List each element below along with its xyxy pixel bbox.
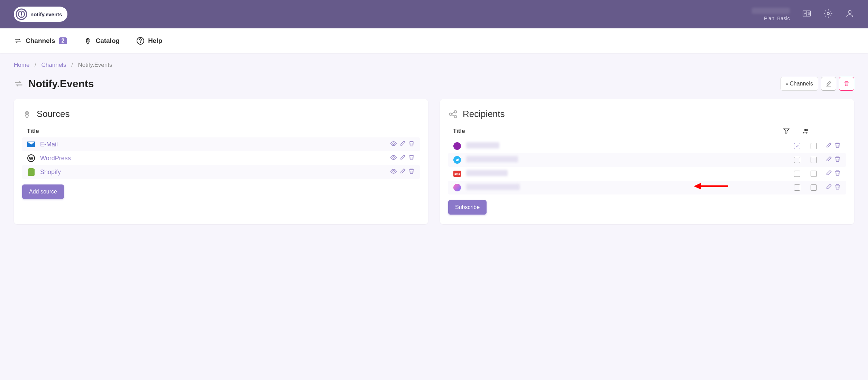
group-icon[interactable] xyxy=(802,128,810,136)
recipient-label[interactable] xyxy=(466,170,794,178)
svg-point-24 xyxy=(804,129,806,131)
source-label[interactable]: Shopify xyxy=(40,169,390,176)
svg-line-22 xyxy=(452,112,454,114)
nav-catalog[interactable]: Catalog xyxy=(84,37,120,45)
source-row: Shopify xyxy=(22,165,420,179)
delete-icon[interactable] xyxy=(834,142,841,150)
sources-panel: Sources Title E-MailWWordPressShopify Ad… xyxy=(14,99,428,224)
svg-point-11 xyxy=(87,39,88,40)
logo[interactable]: notify.events xyxy=(14,7,67,22)
recipient-label[interactable] xyxy=(466,156,794,164)
svg-point-8 xyxy=(827,12,830,15)
svg-point-21 xyxy=(454,115,457,118)
svg-text:A: A xyxy=(804,11,806,15)
nav-catalog-label: Catalog xyxy=(95,37,120,45)
recipients-title: Recipients xyxy=(463,109,505,119)
svg-point-3 xyxy=(21,16,22,17)
edit-icon[interactable] xyxy=(825,170,832,178)
recipients-col-title: Title xyxy=(453,128,783,136)
logo-text: notify.events xyxy=(30,11,62,17)
edit-channel-button[interactable] xyxy=(821,77,836,91)
group-checkbox[interactable] xyxy=(811,184,817,191)
nav-channels[interactable]: Channels 2 xyxy=(14,37,67,45)
recipient-row xyxy=(448,139,846,153)
edit-icon[interactable] xyxy=(825,156,832,164)
filter-icon[interactable] xyxy=(783,128,790,136)
source-icon: W xyxy=(27,154,35,162)
share-icon xyxy=(448,109,458,119)
svg-line-23 xyxy=(452,115,454,116)
nav-help[interactable]: Help xyxy=(136,37,162,45)
source-label[interactable]: E-Mail xyxy=(40,141,390,148)
view-icon[interactable] xyxy=(390,154,397,162)
recipient-row xyxy=(448,181,846,194)
recipient-row xyxy=(448,153,846,167)
svg-point-20 xyxy=(454,110,457,113)
plan-label: Plan: Basic xyxy=(752,15,790,21)
svg-point-9 xyxy=(848,10,851,13)
breadcrumb-channels[interactable]: Channels xyxy=(41,62,66,68)
svg-point-13 xyxy=(140,42,141,43)
delete-icon[interactable] xyxy=(408,154,415,162)
language-icon[interactable]: A文 xyxy=(802,9,811,19)
logo-icon xyxy=(15,8,28,20)
breadcrumb: Home / Channels / Notify.Events xyxy=(0,53,868,74)
source-row: E-Mail xyxy=(22,137,420,151)
recipient-label[interactable] xyxy=(466,142,794,150)
edit-icon[interactable] xyxy=(825,183,832,192)
group-checkbox[interactable] xyxy=(811,157,817,163)
nav-help-label: Help xyxy=(148,37,162,45)
delete-icon[interactable] xyxy=(834,183,841,192)
sources-title: Sources xyxy=(37,109,70,119)
svg-text:文: 文 xyxy=(807,12,811,15)
svg-point-25 xyxy=(806,129,808,131)
delete-icon[interactable] xyxy=(408,140,415,148)
source-label[interactable]: WordPress xyxy=(40,155,390,162)
svg-point-17 xyxy=(393,157,395,159)
view-icon[interactable] xyxy=(390,140,397,148)
recipient-icon xyxy=(453,142,461,150)
recipient-row: sms xyxy=(448,167,846,181)
svg-point-18 xyxy=(393,171,395,172)
edit-icon[interactable] xyxy=(399,140,406,148)
source-icon xyxy=(27,140,35,148)
plan-info: Plan: Basic xyxy=(752,8,790,21)
page-title: Notify.Events xyxy=(28,78,94,90)
edit-icon[interactable] xyxy=(825,142,832,150)
broadcast-icon xyxy=(22,109,32,119)
group-checkbox[interactable] xyxy=(811,171,817,177)
source-row: WWordPress xyxy=(22,151,420,165)
view-icon[interactable] xyxy=(390,168,397,176)
breadcrumb-current: Notify.Events xyxy=(78,62,112,68)
user-icon[interactable] xyxy=(845,9,854,19)
recipient-label[interactable] xyxy=(466,184,794,192)
svg-point-16 xyxy=(393,143,395,145)
svg-point-19 xyxy=(450,113,452,115)
delete-icon[interactable] xyxy=(834,170,841,178)
group-checkbox[interactable] xyxy=(811,143,817,149)
edit-icon[interactable] xyxy=(399,154,406,162)
delete-icon[interactable] xyxy=(834,156,841,164)
back-channels-button[interactable]: « Channels xyxy=(781,77,818,91)
app-header: notify.events Plan: Basic A文 xyxy=(0,0,868,28)
sources-col-title: Title xyxy=(27,128,39,135)
filter-checkbox[interactable] xyxy=(794,184,800,191)
delete-icon[interactable] xyxy=(408,168,415,176)
page-title-row: Notify.Events « Channels xyxy=(0,74,868,99)
nav-channels-badge: 2 xyxy=(59,37,67,44)
delete-channel-button[interactable] xyxy=(839,77,854,91)
add-source-button[interactable]: Add source xyxy=(22,184,64,199)
edit-icon[interactable] xyxy=(399,168,406,176)
recipient-icon: sms xyxy=(453,170,461,178)
recipient-icon xyxy=(453,156,461,164)
recipients-panel: Recipients Title sms Subscribe xyxy=(440,99,854,224)
breadcrumb-home[interactable]: Home xyxy=(14,62,29,68)
nav-channels-label: Channels xyxy=(26,37,55,45)
filter-checkbox[interactable] xyxy=(794,143,800,149)
filter-checkbox[interactable] xyxy=(794,171,800,177)
filter-checkbox[interactable] xyxy=(794,157,800,163)
source-icon xyxy=(27,168,35,176)
gear-icon[interactable] xyxy=(824,9,833,19)
subscribe-button[interactable]: Subscribe xyxy=(448,200,487,215)
recipient-icon xyxy=(453,183,461,192)
